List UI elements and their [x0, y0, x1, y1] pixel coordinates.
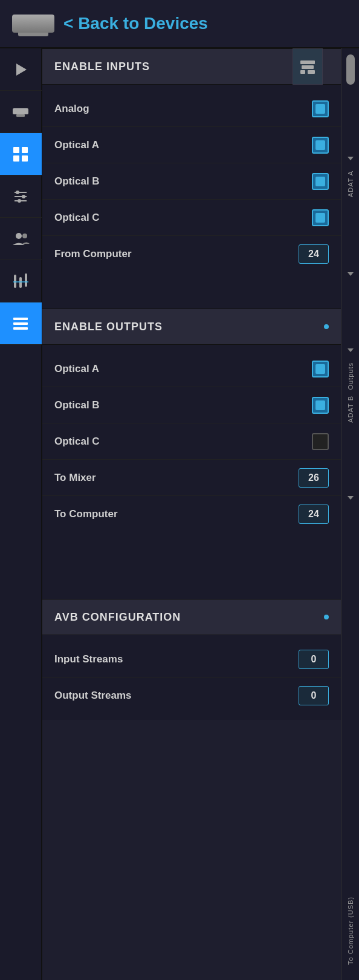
- svg-rect-2: [16, 114, 25, 117]
- sidebar-item-device[interactable]: [0, 91, 42, 133]
- avb-config-content: Input Streams 0 Output Streams 0: [42, 635, 341, 720]
- input-streams-row: Input Streams 0: [42, 641, 341, 678]
- optical-a-input-row: Optical A: [42, 127, 341, 163]
- optical-b-input-checkbox[interactable]: [312, 173, 329, 190]
- inputs-spacer: [42, 278, 341, 309]
- svg-rect-25: [308, 70, 315, 74]
- sidebar-item-mixer[interactable]: [0, 175, 42, 218]
- avb-config-title: AVB CONFIGURATION: [54, 611, 181, 624]
- svg-rect-5: [13, 155, 19, 162]
- svg-rect-6: [22, 155, 28, 162]
- to-mixer-label: To Mixer: [54, 472, 96, 484]
- svg-point-11: [22, 195, 25, 198]
- sidebar-item-eq[interactable]: [0, 260, 42, 302]
- from-computer-row: From Computer 24: [42, 236, 341, 272]
- sidebar: [0, 48, 42, 980]
- header: < Back to Devices: [0, 0, 359, 48]
- sidebar-item-play[interactable]: [0, 48, 42, 91]
- input-streams-value[interactable]: 0: [299, 650, 329, 669]
- from-computer-label: From Computer: [54, 248, 132, 260]
- svg-rect-19: [13, 318, 28, 320]
- svg-rect-15: [14, 275, 16, 288]
- outputs-dot: [324, 324, 329, 329]
- adat-a-section: ADAT A: [347, 88, 354, 269]
- enable-outputs-header: ENABLE OUTPUTS: [42, 309, 341, 345]
- sidebar-item-list[interactable]: [0, 302, 42, 345]
- optical-b-input-row: Optical B: [42, 163, 341, 200]
- settings-icon[interactable]: [293, 48, 323, 85]
- device-icon: [12, 15, 54, 33]
- enable-outputs-title: ENABLE OUTPUTS: [54, 321, 163, 333]
- to-mixer-value[interactable]: 26: [299, 468, 329, 488]
- svg-rect-20: [13, 322, 28, 325]
- output-streams-value[interactable]: 0: [299, 686, 329, 705]
- optical-b-output-label: Optical B: [54, 399, 100, 411]
- svg-rect-16: [19, 277, 22, 288]
- svg-rect-3: [13, 147, 19, 153]
- svg-point-13: [16, 233, 22, 239]
- scroll-thumb-top[interactable]: [346, 54, 355, 85]
- to-computer-row: To Computer 24: [42, 496, 341, 532]
- svg-rect-24: [300, 70, 305, 74]
- main-container: ENABLE INPUTS Analog Optical A Optical B…: [0, 48, 359, 980]
- optical-b-output-checkbox[interactable]: [312, 397, 329, 414]
- svg-rect-21: [13, 327, 28, 330]
- enable-inputs-content: Analog Optical A Optical B Optical C Fro…: [42, 85, 341, 278]
- optical-a-output-label: Optical A: [54, 363, 99, 375]
- optical-c-input-label: Optical C: [54, 212, 100, 224]
- adat-a-down-arrow: [348, 157, 354, 163]
- svg-rect-4: [22, 147, 28, 153]
- avb-config-header: AVB CONFIGURATION: [42, 599, 341, 635]
- outputs-spacer: [42, 538, 341, 569]
- optical-c-output-label: Optical C: [54, 436, 100, 448]
- to-mixer-row: To Mixer 26: [42, 460, 341, 496]
- to-computer-label: To Computer: [54, 508, 118, 520]
- optical-a-output-checkbox[interactable]: [312, 361, 329, 377]
- optical-a-input-checkbox[interactable]: [312, 137, 329, 154]
- enable-outputs-content: Optical A Optical B Optical C To Mixer 2…: [42, 345, 341, 538]
- adat-b-label: ADAT B: [347, 393, 354, 426]
- usb-section: To Computer (USB): [347, 505, 354, 980]
- svg-rect-1: [13, 108, 28, 114]
- optical-c-input-checkbox[interactable]: [312, 209, 329, 226]
- svg-rect-17: [25, 273, 27, 287]
- adat-a-label: ADAT A: [347, 168, 354, 200]
- optical-c-output-checkbox[interactable]: [312, 433, 329, 450]
- content-area: ENABLE INPUTS Analog Optical A Optical B…: [42, 48, 341, 980]
- right-panel: ADAT A Outputs ADAT B To Computer (USB): [341, 48, 359, 980]
- adat-b-down-arrow: [348, 348, 354, 354]
- svg-point-10: [16, 191, 19, 194]
- analog-row: Analog: [42, 91, 341, 127]
- outputs-label: Outputs: [347, 359, 354, 393]
- optical-a-output-row: Optical A: [42, 351, 341, 387]
- svg-marker-0: [16, 64, 27, 76]
- usb-label: To Computer (USB): [347, 893, 354, 968]
- to-computer-value[interactable]: 24: [299, 505, 329, 524]
- optical-b-input-label: Optical B: [54, 175, 100, 188]
- sidebar-item-users[interactable]: [0, 218, 42, 260]
- analog-checkbox[interactable]: [312, 100, 329, 117]
- optical-a-input-label: Optical A: [54, 139, 99, 151]
- output-streams-row: Output Streams 0: [42, 678, 341, 714]
- optical-b-output-row: Optical B: [42, 387, 341, 423]
- adat-b-section: Outputs ADAT B: [347, 281, 354, 493]
- svg-point-12: [18, 199, 21, 203]
- from-computer-value[interactable]: 24: [299, 244, 329, 264]
- scroll-down-arrow[interactable]: [348, 272, 354, 278]
- sidebar-item-grid[interactable]: [0, 133, 42, 175]
- enable-inputs-title: ENABLE INPUTS: [54, 60, 150, 73]
- svg-point-14: [22, 234, 27, 238]
- input-streams-label: Input Streams: [54, 653, 123, 665]
- avb-dot: [324, 615, 329, 619]
- svg-rect-23: [302, 65, 314, 69]
- analog-label: Analog: [54, 103, 89, 115]
- svg-rect-22: [300, 60, 315, 64]
- back-to-devices-link[interactable]: < Back to Devices: [63, 14, 208, 33]
- output-streams-label: Output Streams: [54, 690, 132, 702]
- optical-c-input-row: Optical C: [42, 200, 341, 236]
- scroll-down-arrow2[interactable]: [348, 496, 354, 502]
- outputs-spacer2: [42, 569, 341, 599]
- optical-c-output-row: Optical C: [42, 423, 341, 460]
